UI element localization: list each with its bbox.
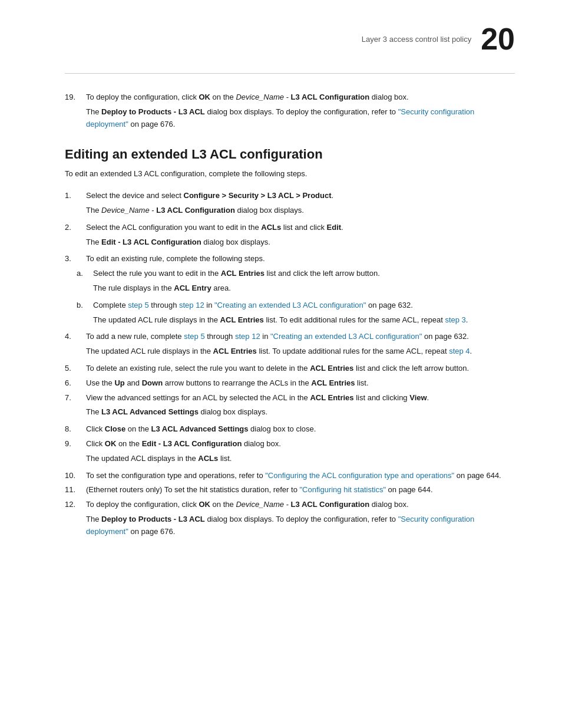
list-item: 12. To deploy the configuration, click O… [65, 499, 515, 538]
step-8-num: 8. [65, 423, 86, 436]
step-3a-text: Select the rule you want to edit in the … [93, 268, 515, 280]
step-7-num: 7. [65, 392, 86, 404]
step-6-text: Use the Up and Down arrow buttons to rea… [86, 377, 515, 390]
step-3b-repeat-link[interactable]: step 3 [445, 315, 465, 324]
steps-list: 1. Select the device and select Configur… [65, 190, 515, 538]
step-12-text: To deploy the configuration, click OK on… [86, 499, 515, 511]
step-7-text: View the advanced settings for an ACL by… [86, 392, 515, 404]
list-item: 10. To set the configuration type and op… [65, 470, 515, 482]
list-item: 2. Select the ACL configuration you want… [65, 222, 515, 249]
list-item: 1. Select the device and select Configur… [65, 190, 515, 217]
page-header: Layer 3 access control list policy 20 [65, 24, 515, 54]
step-10-num: 10. [65, 470, 86, 482]
step-4-link3[interactable]: "Creating an extended L3 ACL configurati… [270, 332, 422, 341]
step-3b-link2[interactable]: step 12 [179, 301, 204, 309]
step-1-num: 1. [65, 190, 86, 202]
step-2-text: Select the ACL configuration you want to… [86, 222, 515, 234]
step-11-text: (Ethernet routers only) To set the hit s… [86, 484, 515, 496]
step-3b-text: Complete step 5 through step 12 in "Crea… [93, 299, 515, 312]
step-3-sublist: a. Select the rule you want to edit in t… [65, 268, 515, 326]
list-item: 4. To add a new rule, complete step 5 th… [65, 331, 515, 358]
step-1-text: Select the device and select Configure >… [86, 190, 515, 202]
step-9-text: Click OK on the Edit - L3 ACL Configurat… [86, 438, 515, 450]
step-10-link[interactable]: "Configuring the ACL configuration type … [265, 471, 454, 480]
step-19-row: 19. To deploy the configuration, click O… [65, 91, 515, 104]
step-9-num: 9. [65, 438, 86, 450]
step-19-num: 19. [65, 91, 86, 104]
step-3a-indent: The rule displays in the ACL Entry area. [93, 282, 515, 295]
step-12-num: 12. [65, 499, 86, 511]
step-3a-num: a. [77, 268, 93, 280]
chapter-title: Layer 3 access control list policy [362, 35, 471, 44]
page-number: 20 [481, 24, 515, 54]
step-3b-indent: The updated ACL rule displays in the ACL… [93, 314, 515, 327]
list-item: a. Select the rule you want to edit in t… [65, 268, 515, 295]
step-11-num: 11. [65, 484, 86, 496]
step-8-text: Click Close on the L3 ACL Advanced Setti… [86, 423, 515, 436]
list-item: 8. Click Close on the L3 ACL Advanced Se… [65, 423, 515, 436]
step-4-repeat-link[interactable]: step 4 [449, 347, 470, 355]
step-4-link2[interactable]: step 12 [235, 332, 260, 341]
step-3-text: To edit an existing rule, complete the f… [86, 253, 515, 265]
step-1-indent: The Device_Name - L3 ACL Configuration d… [86, 205, 515, 217]
step-10-text: To set the configuration type and operat… [86, 470, 515, 482]
step-6-num: 6. [65, 377, 86, 390]
step-2-indent: The Edit - L3 ACL Configuration dialog b… [86, 236, 515, 249]
list-item: 5. To delete an existing rule, select th… [65, 363, 515, 375]
step-4-num: 4. [65, 331, 86, 343]
step-4-indent: The updated ACL rule displays in the ACL… [86, 345, 515, 358]
step-19-block: 19. To deploy the configuration, click O… [65, 91, 515, 130]
step-3b-num: b. [77, 299, 93, 312]
step-7-indent: The L3 ACL Advanced Settings dialog box … [86, 406, 515, 419]
step-19-text: To deploy the configuration, click OK on… [86, 91, 515, 104]
step-11-link[interactable]: "Configuring hit statistics" [299, 485, 386, 494]
step-12-indent: The Deploy to Products - L3 ACL dialog b… [86, 513, 515, 538]
step-4-link1[interactable]: step 5 [184, 332, 204, 341]
step-5-num: 5. [65, 363, 86, 375]
step-3b-link3[interactable]: "Creating an extended L3 ACL configurati… [214, 301, 366, 309]
list-item: 3. To edit an existing rule, complete th… [65, 253, 515, 326]
step-9-indent: The updated ACL displays in the ACLs lis… [86, 453, 515, 465]
step-4-text: To add a new rule, complete step 5 throu… [86, 331, 515, 343]
step-3b-link1[interactable]: step 5 [128, 301, 148, 309]
section-intro: To edit an extended L3 ACL configuration… [65, 168, 515, 180]
section-heading: Editing an extended L3 ACL configuration [65, 147, 515, 162]
step-19-indent: The Deploy to Products - L3 ACL dialog b… [86, 106, 515, 131]
list-item: b. Complete step 5 through step 12 in "C… [65, 299, 515, 327]
list-item: 6. Use the Up and Down arrow buttons to … [65, 377, 515, 390]
list-item: 9. Click OK on the Edit - L3 ACL Configu… [65, 438, 515, 465]
step-2-num: 2. [65, 222, 86, 234]
header-divider [65, 73, 515, 74]
step-5-text: To delete an existing rule, select the r… [86, 363, 515, 375]
list-item: 11. (Ethernet routers only) To set the h… [65, 484, 515, 496]
page-container: Layer 3 access control list policy 20 19… [0, 0, 562, 728]
list-item: 7. View the advanced settings for an ACL… [65, 392, 515, 419]
step-3-num: 3. [65, 253, 86, 265]
